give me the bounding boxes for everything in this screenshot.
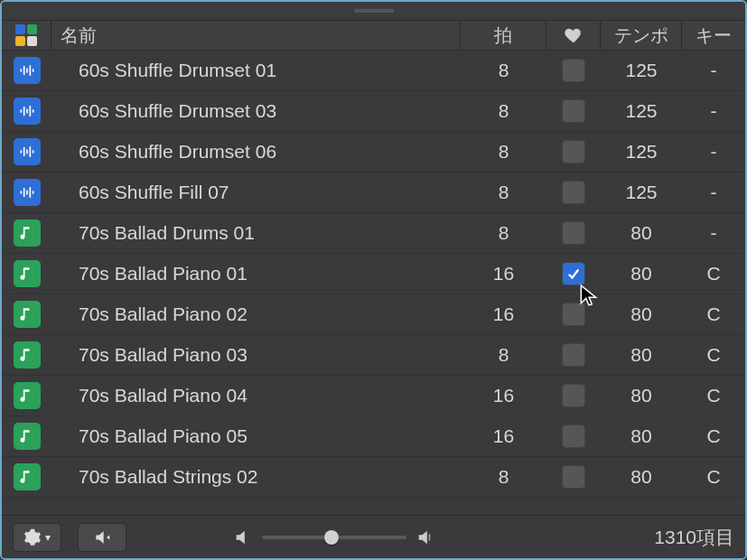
midi-note-icon — [14, 301, 41, 328]
volume-thumb[interactable] — [324, 530, 339, 545]
loop-key: - — [682, 60, 745, 81]
loop-tempo: 80 — [601, 425, 682, 447]
loop-beats: 8 — [461, 466, 546, 488]
svg-rect-14 — [32, 150, 33, 153]
loop-name: 70s Ballad Piano 03 — [51, 344, 461, 366]
loop-name: 60s Shuffle Drumset 06 — [51, 141, 461, 163]
table-row[interactable]: 70s Ballad Piano 051680C — [2, 416, 745, 457]
loop-tempo: 125 — [601, 182, 682, 203]
loop-key: - — [682, 182, 745, 203]
svg-rect-10 — [20, 150, 22, 153]
loop-key: C — [682, 385, 745, 406]
loop-name: 70s Ballad Strings 02 — [51, 466, 461, 488]
svg-rect-13 — [29, 146, 31, 157]
svg-rect-3 — [29, 65, 31, 76]
settings-menu-button[interactable]: ▾ — [13, 523, 61, 552]
svg-rect-17 — [26, 191, 28, 195]
loop-beats: 8 — [461, 141, 546, 163]
heart-icon — [564, 25, 584, 45]
audio-waveform-icon — [14, 179, 41, 206]
favorite-checkbox[interactable] — [562, 465, 585, 489]
loop-key: C — [682, 466, 745, 488]
loop-key: C — [682, 303, 745, 325]
favorite-checkbox[interactable] — [562, 181, 585, 204]
favorite-checkbox[interactable] — [562, 99, 585, 123]
loop-name: 60s Shuffle Drumset 03 — [51, 100, 461, 122]
table-row[interactable]: 70s Ballad Piano 021680C — [2, 294, 745, 335]
favorite-checkbox[interactable] — [562, 262, 585, 285]
svg-rect-11 — [23, 147, 24, 156]
column-header-name[interactable]: 名前 — [51, 21, 461, 50]
column-header-beats[interactable]: 拍 — [461, 21, 546, 50]
loop-beats: 16 — [461, 425, 546, 447]
loop-name: 60s Shuffle Fill 07 — [51, 182, 461, 203]
favorite-checkbox[interactable] — [562, 425, 585, 448]
loop-name: 70s Ballad Piano 05 — [51, 425, 461, 447]
favorite-checkbox[interactable] — [562, 343, 585, 367]
resize-handle[interactable] — [2, 2, 745, 20]
loop-tempo: 125 — [601, 100, 682, 122]
loop-key: C — [682, 263, 745, 285]
svg-rect-9 — [32, 109, 33, 112]
table-row[interactable]: 70s Ballad Piano 041680C — [2, 376, 745, 416]
midi-note-icon — [14, 260, 41, 287]
column-header-tempo[interactable]: テンポ — [601, 21, 682, 50]
loop-name: 70s Ballad Piano 01 — [51, 263, 461, 285]
svg-rect-15 — [20, 191, 22, 193]
audio-waveform-icon — [14, 138, 41, 165]
midi-note-icon — [14, 219, 41, 247]
loop-key: C — [682, 344, 745, 366]
footer-toolbar: ▾ 1310項目 — [2, 515, 745, 558]
svg-rect-0 — [20, 69, 22, 71]
table-row[interactable]: 60s Shuffle Fill 078125- — [2, 173, 745, 213]
svg-rect-7 — [26, 109, 28, 114]
loop-beats: 8 — [461, 60, 546, 81]
loop-key: - — [682, 100, 745, 122]
svg-rect-2 — [26, 69, 28, 73]
preview-play-button[interactable] — [78, 523, 126, 552]
column-header-favorite[interactable] — [546, 21, 601, 50]
speaker-play-icon — [93, 528, 111, 546]
volume-slider[interactable] — [262, 536, 406, 539]
svg-rect-6 — [23, 107, 24, 116]
loop-tempo: 80 — [601, 344, 682, 366]
column-header-key[interactable]: キー — [682, 21, 745, 50]
loop-tempo: 125 — [601, 141, 682, 163]
column-header-category[interactable] — [2, 21, 51, 50]
table-row[interactable]: 70s Ballad Piano 011680C — [2, 254, 745, 294]
table-row[interactable]: 70s Ballad Strings 02880C — [2, 457, 745, 498]
loop-key: - — [682, 141, 745, 163]
loop-beats: 8 — [461, 344, 546, 366]
svg-rect-16 — [23, 188, 24, 197]
favorite-checkbox[interactable] — [562, 221, 585, 245]
volume-high-icon — [416, 527, 435, 547]
table-row[interactable]: 60s Shuffle Drumset 068125- — [2, 132, 745, 173]
loop-tempo: 80 — [601, 466, 682, 488]
svg-rect-8 — [29, 106, 31, 117]
loop-tempo: 80 — [601, 385, 682, 406]
favorite-checkbox[interactable] — [562, 140, 585, 163]
table-row[interactable]: 70s Ballad Drums 01880- — [2, 213, 745, 254]
column-headers: 名前 拍 テンポ キー — [2, 20, 745, 51]
loop-tempo: 125 — [601, 60, 682, 81]
loop-beats: 8 — [461, 182, 546, 203]
item-count: 1310項目 — [654, 525, 734, 550]
favorite-checkbox[interactable] — [562, 384, 585, 407]
table-row[interactable]: 70s Ballad Piano 03880C — [2, 335, 745, 376]
loop-beats: 8 — [461, 100, 546, 122]
loop-list: 60s Shuffle Drumset 018125-60s Shuffle D… — [2, 51, 745, 500]
chevron-down-icon: ▾ — [45, 531, 51, 544]
table-row[interactable]: 60s Shuffle Drumset 038125- — [2, 91, 745, 132]
midi-note-icon — [14, 463, 41, 490]
audio-waveform-icon — [14, 98, 41, 125]
favorite-checkbox[interactable] — [562, 59, 585, 82]
loop-beats: 8 — [461, 222, 546, 244]
loop-key: - — [682, 222, 745, 244]
loop-key: C — [682, 425, 745, 447]
loop-beats: 16 — [461, 263, 546, 285]
loop-name: 70s Ballad Drums 01 — [51, 222, 461, 244]
table-row[interactable]: 60s Shuffle Drumset 018125- — [2, 51, 745, 91]
volume-control — [233, 527, 435, 547]
favorite-checkbox[interactable] — [562, 303, 585, 326]
loop-name: 60s Shuffle Drumset 01 — [51, 60, 461, 81]
